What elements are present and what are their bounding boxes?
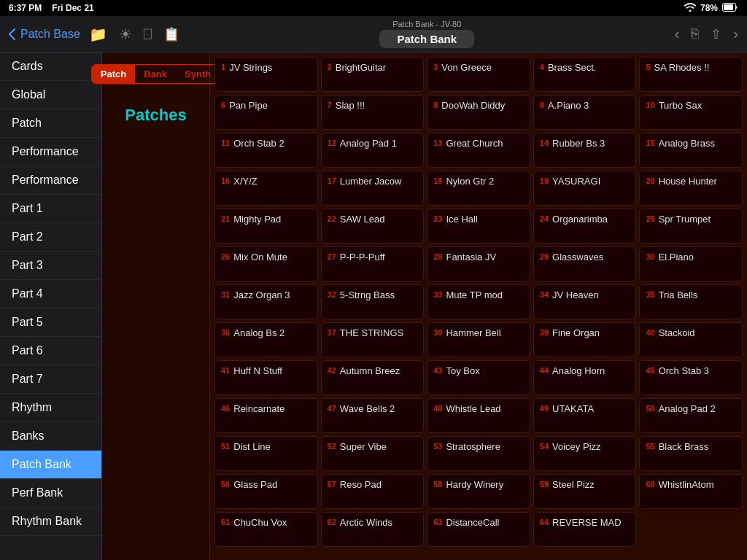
patch-cell-64[interactable]: 64REVERSE MAD — [533, 512, 637, 547]
sidebar-item-global[interactable]: Global — [0, 81, 101, 109]
keyboard-icon[interactable]: ⎕ — [144, 26, 152, 42]
patch-cell-47[interactable]: 47Wave Bells 2 — [321, 398, 425, 433]
seg-btn-bank[interactable]: Bank — [135, 65, 176, 83]
patch-cell-20[interactable]: 20House Hunter — [639, 171, 743, 206]
sidebar-item-part2[interactable]: Part 2 — [0, 223, 101, 252]
patch-cell-35[interactable]: 35Tria Bells — [639, 284, 743, 319]
face-icon[interactable]: ☀ — [119, 26, 132, 43]
patch-cell-31[interactable]: 31Jazz Organ 3 — [214, 284, 318, 319]
sidebar-item-patch-bank[interactable]: Patch Bank — [0, 451, 101, 479]
patch-cell-25[interactable]: 25Spr Trumpet — [639, 209, 743, 244]
patch-cell-23[interactable]: 23Ice Hall — [427, 209, 530, 244]
patch-cell-46[interactable]: 46Reincarnate — [214, 398, 318, 433]
patch-cell-42[interactable]: 42Autumn Breez — [321, 360, 425, 395]
patch-cell-53[interactable]: 53Stratosphere — [427, 436, 530, 471]
patch-cell-60[interactable]: 60WhistlinAtom — [639, 474, 743, 509]
patch-cell-39[interactable]: 39Fine Organ — [533, 322, 637, 357]
patch-cell-62[interactable]: 62Arctic Winds — [321, 512, 425, 547]
patch-cell-16[interactable]: 16X/Y/Z — [214, 171, 318, 206]
patch-cell-58[interactable]: 58Hardy Winery — [427, 474, 530, 509]
patch-cell-43[interactable]: 43Toy Box — [427, 360, 530, 395]
share-icon[interactable]: ⎘ — [691, 26, 699, 42]
patch-cell-9[interactable]: 9A.Piano 3 — [533, 95, 637, 130]
patch-cell-22[interactable]: 22SAW Lead — [321, 209, 425, 244]
back-button[interactable]: Patch Base — [9, 28, 80, 41]
sidebar-item-performance[interactable]: Performance — [0, 138, 101, 166]
patch-cell-50[interactable]: 50Analog Pad 2 — [639, 398, 743, 433]
patch-cell-19[interactable]: 19YASURAGI — [533, 171, 637, 206]
patch-cell-63[interactable]: 63DistanceCall — [427, 512, 530, 547]
sidebar-item-perf-bank[interactable]: Perf Bank — [0, 479, 101, 508]
prev-icon[interactable]: ‹ — [675, 26, 680, 42]
patch-cell-54[interactable]: 54Voicey Pizz — [533, 436, 637, 471]
patch-cell-32[interactable]: 325-Strng Bass — [321, 284, 425, 319]
patch-cell-18[interactable]: 18Nylon Gtr 2 — [427, 171, 530, 206]
patch-cell-15[interactable]: 15Analog Brass — [639, 133, 743, 168]
patch-cell-24[interactable]: 24Organarimba — [533, 209, 637, 244]
patch-name: Arctic Winds — [340, 517, 392, 529]
sidebar-item-part6[interactable]: Part 6 — [0, 337, 101, 365]
patch-cell-51[interactable]: 51Dist Line — [214, 436, 318, 471]
patch-cell-11[interactable]: 11Orch Stab 2 — [214, 133, 318, 168]
patch-cell-1[interactable]: 1JV Strings — [214, 57, 318, 92]
patch-name: A.Piano 3 — [548, 100, 589, 112]
sidebar-item-cards[interactable]: Cards — [0, 52, 101, 81]
patch-cell-26[interactable]: 26Mix On Mute — [214, 246, 318, 281]
next-icon[interactable]: › — [733, 26, 738, 42]
patch-cell-3[interactable]: 3Von Greece — [427, 57, 530, 92]
patch-cell-48[interactable]: 48Whistle Lead — [427, 398, 530, 433]
patch-cell-27[interactable]: 27P-P-P-Puff — [321, 246, 425, 281]
patch-cell-57[interactable]: 57Reso Pad — [321, 474, 425, 509]
patch-num: 50 — [646, 403, 654, 413]
patch-grid-container[interactable]: 1JV Strings2BrightGuitar3Von Greece4Bras… — [210, 52, 747, 560]
patch-cell-14[interactable]: 14Rubber Bs 3 — [533, 133, 637, 168]
patch-cell-49[interactable]: 49UTAKATA — [533, 398, 637, 433]
patch-cell-4[interactable]: 4Brass Sect. — [533, 57, 637, 92]
sidebar-item-performance-main[interactable]: Performance — [0, 166, 101, 195]
sidebar-item-part5[interactable]: Part 5 — [0, 308, 101, 337]
patch-name: Jazz Organ 3 — [233, 289, 290, 302]
sidebar-item-rhythm[interactable]: Rhythm — [0, 394, 101, 422]
patch-cell-61[interactable]: 61ChuChu Vox — [214, 512, 318, 547]
sidebar-item-rhythm-bank[interactable]: Rhythm Bank — [0, 508, 101, 536]
patch-cell-10[interactable]: 10Turbo Sax — [639, 95, 743, 130]
sidebar-item-part3[interactable]: Part 3 — [0, 252, 101, 280]
patch-name: Fantasia JV — [446, 252, 496, 264]
patch-cell-44[interactable]: 44Analog Horn — [533, 360, 637, 395]
patch-cell-59[interactable]: 59Steel Pizz — [533, 474, 637, 509]
patch-cell-6[interactable]: 6Pan Pipe — [214, 95, 318, 130]
patch-cell-5[interactable]: 5SA Rhodes !! — [639, 57, 743, 92]
seg-btn-patch[interactable]: Patch — [92, 65, 135, 83]
patch-cell-36[interactable]: 36Analog Bs 2 — [214, 322, 318, 357]
patch-cell-8[interactable]: 8DooWah Diddy — [427, 95, 530, 130]
folder-icon[interactable]: 📁 — [89, 26, 107, 43]
patch-cell-28[interactable]: 28Fantasia JV — [427, 246, 530, 281]
patch-cell-55[interactable]: 55Black Brass — [639, 436, 743, 471]
patch-cell-13[interactable]: 13Great Church — [427, 133, 530, 168]
copy-icon[interactable]: 📋 — [163, 26, 179, 42]
patch-cell-7[interactable]: 7Slap !!! — [321, 95, 425, 130]
patch-cell-56[interactable]: 56Glass Pad — [214, 474, 318, 509]
sidebar-item-patch[interactable]: Patch — [0, 109, 101, 138]
patch-cell-30[interactable]: 30El.Piano — [639, 246, 743, 281]
patch-cell-37[interactable]: 37THE STRINGS — [321, 322, 425, 357]
sidebar-item-banks[interactable]: Banks — [0, 422, 101, 451]
patch-cell-45[interactable]: 45Orch Stab 3 — [639, 360, 743, 395]
patch-cell-29[interactable]: 29Glasswaves — [533, 246, 637, 281]
export-icon[interactable]: ⇧ — [711, 26, 721, 42]
patch-cell-38[interactable]: 38Hammer Bell — [427, 322, 530, 357]
patch-cell-17[interactable]: 17Lumber Jacow — [321, 171, 425, 206]
patch-cell-41[interactable]: 41Huff N Stuff — [214, 360, 318, 395]
patch-cell-12[interactable]: 12Analog Pad 1 — [321, 133, 425, 168]
patch-cell-34[interactable]: 34JV Heaven — [533, 284, 637, 319]
sidebar-item-part4[interactable]: Part 4 — [0, 280, 101, 308]
patch-cell-21[interactable]: 21Mighty Pad — [214, 209, 318, 244]
patch-num: 49 — [540, 403, 549, 413]
patch-cell-33[interactable]: 33Mute TP mod — [427, 284, 530, 319]
patch-cell-40[interactable]: 40Stackoid — [639, 322, 743, 357]
patch-cell-2[interactable]: 2BrightGuitar — [321, 57, 425, 92]
sidebar-item-part7[interactable]: Part 7 — [0, 365, 101, 394]
nav-title[interactable]: Patch Bank — [379, 30, 474, 48]
patch-cell-52[interactable]: 52Super Vibe — [321, 436, 425, 471]
sidebar-item-part1[interactable]: Part 1 — [0, 195, 101, 223]
